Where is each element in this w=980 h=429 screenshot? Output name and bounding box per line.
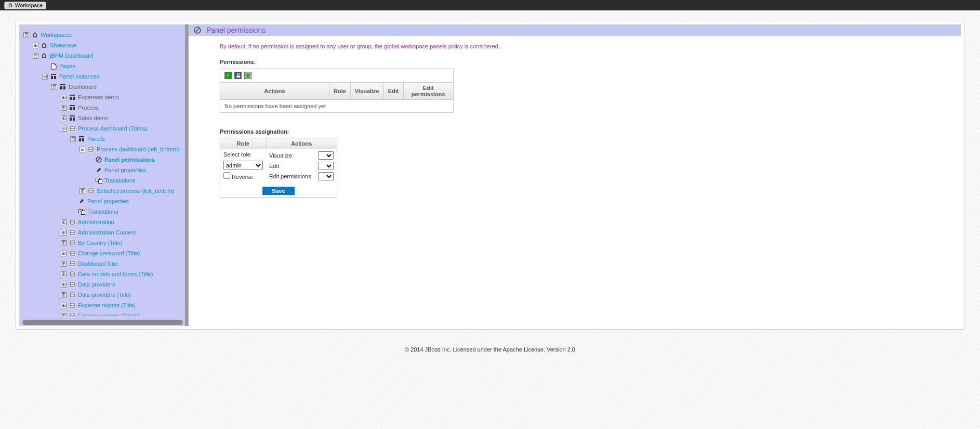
expand-icon[interactable]: ⊞ bbox=[61, 251, 67, 256]
tree-label[interactable]: Expense reports (Title) bbox=[78, 302, 136, 308]
reverse-checkbox[interactable] bbox=[223, 172, 230, 179]
tree-data-providers[interactable]: ⊞ Data providers bbox=[23, 279, 185, 290]
tree-label[interactable]: Panel permissions bbox=[104, 157, 155, 163]
tree-panel-properties[interactable]: Panel properties bbox=[23, 196, 185, 206]
tree-administration-content[interactable]: ⊞ Administration Content bbox=[23, 227, 185, 238]
tree-label[interactable]: Panels bbox=[87, 136, 105, 142]
tree-label[interactable]: By Country (Title) bbox=[78, 240, 122, 246]
tree-label[interactable]: Expense reports (Totals) bbox=[78, 313, 140, 316]
svg-rect-46 bbox=[71, 254, 74, 255]
expand-icon[interactable]: ⊞ bbox=[61, 313, 67, 316]
tree-workspaces[interactable]: ⊟ Workspaces bbox=[23, 30, 185, 40]
collapse-icon[interactable]: ⊟ bbox=[42, 74, 48, 80]
tree-pages[interactable]: Pages bbox=[23, 61, 185, 71]
tree-dashboard-filter[interactable]: ⊞ Dashboard filter bbox=[23, 258, 185, 269]
tree-data-models-forms[interactable]: ⊞ Data models and forms (Title) bbox=[23, 269, 185, 279]
tree-label[interactable]: Translations bbox=[87, 209, 118, 215]
role-select[interactable]: admin bbox=[223, 161, 263, 170]
tree-label[interactable]: Showcase bbox=[50, 42, 76, 48]
tree-label[interactable]: Data providers (Title) bbox=[78, 292, 131, 298]
expand-icon[interactable]: ⊞ bbox=[61, 105, 67, 111]
collapse-icon[interactable]: ⊟ bbox=[70, 136, 76, 142]
expand-icon[interactable]: ⊞ bbox=[61, 95, 67, 100]
tree-label[interactable]: Panel instances bbox=[59, 73, 100, 80]
editperms-select[interactable] bbox=[318, 172, 334, 180]
expand-icon[interactable]: ⊞ bbox=[61, 261, 67, 267]
expand-icon[interactable]: ⊞ bbox=[61, 303, 67, 308]
tree-label[interactable]: Administration bbox=[78, 219, 114, 225]
tree-label[interactable]: Change password (Title) bbox=[78, 250, 140, 256]
tree-expense-reports-totals[interactable]: ⊞ Expense reports (Totals) bbox=[23, 310, 185, 316]
expand-icon[interactable]: ⊞ bbox=[61, 271, 67, 277]
tree-data-providers-title[interactable]: ⊞ Data providers (Title) bbox=[23, 290, 185, 300]
select-all-icon[interactable]: ✓ bbox=[224, 72, 232, 79]
tree-label[interactable]: Data models and forms (Title) bbox=[78, 271, 153, 277]
role-cell: Select role admin Reverse bbox=[220, 149, 267, 185]
tree-dashboard[interactable]: ⊟ Dashboard bbox=[23, 82, 185, 92]
tree-panel-permissions[interactable]: Panel permissions bbox=[23, 154, 185, 165]
expand-icon[interactable]: ⊞ bbox=[61, 115, 67, 121]
collapse-icon[interactable]: ⊟ bbox=[51, 84, 57, 90]
expand-icon[interactable]: ⊞ bbox=[61, 282, 67, 288]
expand-icon[interactable]: ⊞ bbox=[80, 188, 85, 194]
tree-panel-instances[interactable]: ⊟ Panel instances bbox=[23, 71, 185, 82]
tree-label[interactable]: Dashboard filter bbox=[78, 261, 118, 267]
horizontal-scrollbar[interactable] bbox=[22, 320, 183, 325]
expand-icon[interactable]: ⊞ bbox=[33, 43, 38, 48]
tree-panels[interactable]: ⊟ Panels bbox=[23, 134, 185, 144]
tree-sales-demo[interactable]: ⊞ Sales demo bbox=[23, 113, 185, 123]
expand-icon[interactable]: ⊞ bbox=[61, 240, 67, 246]
tree-expense-reports-title[interactable]: ⊞ Expense reports (Title) bbox=[23, 300, 185, 310]
collapse-icon[interactable]: ⊟ bbox=[80, 147, 85, 152]
tree-label[interactable]: Process bbox=[78, 105, 99, 111]
tree-change-password[interactable]: ⊞ Change password (Title) bbox=[23, 248, 185, 258]
tree-label[interactable]: Data providers bbox=[78, 281, 115, 288]
collapse-icon[interactable]: ⊟ bbox=[33, 53, 38, 59]
delete-icon[interactable]: 🗑 bbox=[244, 72, 251, 79]
expand-icon[interactable]: ⊞ bbox=[61, 292, 67, 298]
edit-select[interactable] bbox=[318, 162, 334, 170]
collapse-icon[interactable]: ⊟ bbox=[61, 126, 67, 132]
tree-translations-inner[interactable]: A Translations bbox=[23, 175, 185, 186]
collapse-icon[interactable]: ⊟ bbox=[23, 32, 29, 38]
tree-label[interactable]: Pages bbox=[59, 63, 75, 69]
tree-process[interactable]: ⊞ Process bbox=[23, 102, 185, 113]
expand-icon[interactable]: ⊞ bbox=[61, 230, 67, 236]
tree-label[interactable]: Panel properties bbox=[104, 167, 146, 173]
tree-label[interactable]: Expenses demo bbox=[78, 94, 119, 100]
tree-label[interactable]: Panel properties bbox=[87, 198, 129, 204]
permissions-table: ✓ 💾 🗑 Actions Role Visualize Edit Edit p… bbox=[220, 68, 454, 113]
tree-administration[interactable]: ⊞ Administration bbox=[23, 217, 185, 227]
layout: ⊟ Workspaces ⊞ Showcase ⊟ jBPM Dashboard… bbox=[19, 24, 961, 326]
tree-selected-process-lb[interactable]: ⊞ Selected process (left_bottom) bbox=[23, 186, 185, 196]
svg-rect-27 bbox=[98, 179, 102, 183]
tree-label[interactable]: Administration Content bbox=[78, 229, 136, 236]
tree-by-country[interactable]: ⊞ By Country (Title) bbox=[23, 238, 185, 248]
tree-label[interactable]: Process dashboard (left_bottom) bbox=[97, 146, 180, 152]
tree-process-dashboard-lb[interactable]: ⊟ Process dashboard (left_bottom) bbox=[23, 144, 185, 154]
block-icon bbox=[69, 229, 76, 236]
tree-showcase[interactable]: ⊞ Showcase bbox=[23, 40, 185, 50]
tree-label[interactable]: Sales demo bbox=[78, 115, 108, 121]
workspace-button[interactable]: Workspace bbox=[4, 2, 46, 9]
tree-jbpm[interactable]: ⊟ jBPM Dashboard bbox=[23, 50, 185, 61]
save-button[interactable]: Save bbox=[262, 187, 295, 195]
tree-label[interactable]: Dashboard bbox=[69, 84, 97, 90]
tree-label[interactable]: Selected process (left_bottom) bbox=[97, 188, 174, 194]
tree-label[interactable]: Translations bbox=[104, 177, 136, 184]
sidebar-resize-handle[interactable] bbox=[185, 24, 188, 326]
visualize-select[interactable] bbox=[318, 151, 334, 160]
tree-process-dashboard-totals[interactable]: ⊟ Process dashboard (Totals) bbox=[23, 123, 185, 134]
tree-expenses-demo[interactable]: ⊞ Expenses demo bbox=[23, 92, 185, 102]
tree-panel-properties-inner[interactable]: Panel properties bbox=[23, 165, 185, 175]
tree-label[interactable]: Workspaces bbox=[41, 32, 72, 38]
tree-label[interactable]: jBPM Dashboard bbox=[50, 53, 93, 59]
outer-frame: ⊟ Workspaces ⊞ Showcase ⊟ jBPM Dashboard… bbox=[16, 21, 964, 330]
tree[interactable]: ⊟ Workspaces ⊞ Showcase ⊟ jBPM Dashboard… bbox=[19, 24, 188, 316]
svg-rect-60 bbox=[71, 304, 74, 305]
expand-icon[interactable]: ⊞ bbox=[61, 219, 67, 225]
tree-translations[interactable]: A Translations bbox=[23, 206, 185, 217]
tree-label[interactable]: Process dashboard (Totals) bbox=[78, 125, 148, 132]
save-disk-icon[interactable]: 💾 bbox=[234, 72, 242, 79]
block-icon bbox=[69, 218, 76, 226]
